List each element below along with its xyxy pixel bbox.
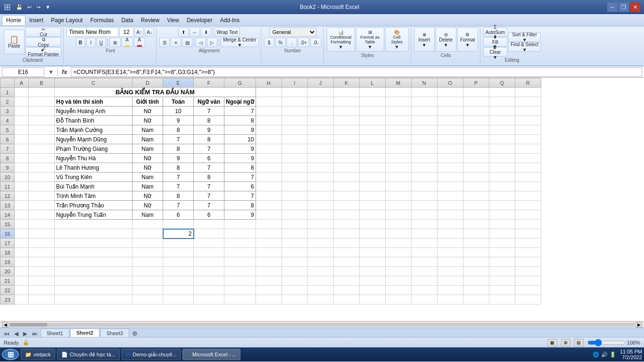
cell-D22[interactable] [132,286,163,295]
cell-A1[interactable] [15,88,29,97]
cell-F14[interactable]: 6 [194,210,224,220]
cell-L16[interactable] [359,229,385,239]
cell-A21[interactable] [15,276,29,286]
cell-D13[interactable]: Nữ [132,201,163,210]
cell-F4[interactable]: 8 [194,116,224,125]
cell-B23[interactable] [29,295,55,304]
col-header-J[interactable]: J [307,78,333,88]
cell-P5[interactable] [463,125,489,135]
cell-H4[interactable] [256,116,281,125]
cell-P4[interactable] [463,116,489,125]
hscroll-track[interactable] [9,323,635,327]
cell-K12[interactable] [333,191,359,201]
cell-E6[interactable]: 7 [163,135,194,144]
cell-N13[interactable] [411,201,437,210]
cell-N15[interactable] [411,220,437,229]
cell-I19[interactable] [281,257,307,267]
cell-P9[interactable] [463,163,489,173]
cell-G15[interactable] [224,220,256,229]
col-header-H[interactable]: H [256,78,281,88]
cell-D20[interactable] [132,267,163,276]
menu-add-ins[interactable]: Add-Ins [216,16,243,25]
cell-F20[interactable] [194,267,224,276]
cell-O14[interactable] [437,210,463,220]
cell-L11[interactable] [359,182,385,191]
cell-K6[interactable] [333,135,359,144]
cell-K15[interactable] [333,220,359,229]
row-header-11[interactable]: 11 [0,182,15,191]
col-header-P[interactable]: P [463,78,489,88]
cell-M4[interactable] [385,116,411,125]
tab-nav-first[interactable]: ⏮ [2,330,11,337]
cell-I18[interactable] [281,248,307,257]
col-header-O[interactable]: O [437,78,463,88]
cell-N6[interactable] [411,135,437,144]
cell-D17[interactable] [132,239,163,248]
cell-Q11[interactable] [489,182,515,191]
cell-H3[interactable] [256,107,281,116]
underline-button[interactable]: U [97,38,106,47]
copy-button[interactable]: ⧉ Copy [25,37,61,47]
cell-B15[interactable] [29,220,55,229]
percent-button[interactable]: % [275,38,286,47]
menu-review[interactable]: Review [137,16,163,25]
cell-N16[interactable] [411,229,437,239]
row-header-14[interactable]: 14 [0,210,15,220]
cell-J1[interactable] [307,88,333,97]
cell-G13[interactable]: 8 [224,201,256,210]
cell-F10[interactable]: 8 [194,173,224,182]
cell-H10[interactable] [256,173,281,182]
cell-G8[interactable]: 9 [224,154,256,163]
cell-K13[interactable] [333,201,359,210]
number-format-select[interactable]: General [269,27,316,37]
cell-I13[interactable] [281,201,307,210]
cell-N11[interactable] [411,182,437,191]
cell-E11[interactable]: 7 [163,182,194,191]
cell-R4[interactable] [515,116,541,125]
borders-button[interactable]: ⊞ [109,38,121,47]
col-header-F[interactable]: F [194,78,224,88]
sort-filter-button[interactable]: Sort & Filter ▼ [508,33,541,42]
cell-K5[interactable] [333,125,359,135]
cell-P17[interactable] [463,239,489,248]
cell-E7[interactable]: 8 [163,144,194,154]
undo-quick-btn[interactable]: ↩ [26,4,33,10]
zoom-slider[interactable] [587,339,625,346]
cell-P19[interactable] [463,257,489,267]
cell-J23[interactable] [307,295,333,304]
conditional-formatting-button[interactable]: 📊 Conditional Formatting ▼ [327,27,355,52]
cell-K17[interactable] [333,239,359,248]
cell-D23[interactable] [132,295,163,304]
cell-K2[interactable] [333,97,359,107]
menu-page-layout[interactable]: Page Layout [47,16,86,25]
cell-M6[interactable] [385,135,411,144]
close-btn[interactable]: ✕ [630,2,640,12]
row-header-9[interactable]: 9 [0,163,15,173]
cell-B16[interactable] [29,229,55,239]
cell-R7[interactable] [515,144,541,154]
cell-H15[interactable] [256,220,281,229]
cell-A23[interactable] [15,295,29,304]
row-header-5[interactable]: 5 [0,125,15,135]
col-header-L[interactable]: L [359,78,385,88]
cell-O8[interactable] [437,154,463,163]
cell-Q16[interactable] [489,229,515,239]
cell-L21[interactable] [359,276,385,286]
cell-E17[interactable] [163,239,194,248]
cell-F22[interactable] [194,286,224,295]
cell-R9[interactable] [515,163,541,173]
cell-I15[interactable] [281,220,307,229]
cell-O9[interactable] [437,163,463,173]
delete-button[interactable]: ⊖ Delete ▼ [436,27,456,52]
cell-M2[interactable] [385,97,411,107]
cell-P8[interactable] [463,154,489,163]
sheet-tab-1[interactable]: Sheet1 [41,329,69,337]
cell-P12[interactable] [463,191,489,201]
cell-P3[interactable] [463,107,489,116]
cell-P10[interactable] [463,173,489,182]
cell-C9[interactable]: Lê Thanh Hương [55,163,132,173]
menu-developer[interactable]: Developer [183,16,216,25]
cell-P23[interactable] [463,295,489,304]
row-header-1[interactable]: 1 [0,88,15,97]
cell-G7[interactable]: 9 [224,144,256,154]
